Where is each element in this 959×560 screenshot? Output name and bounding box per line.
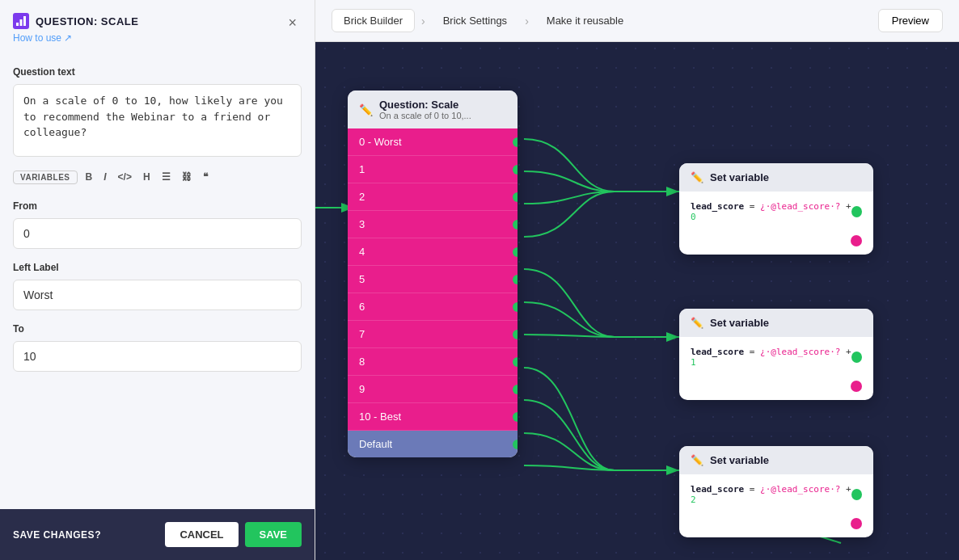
canvas: Brick Builder › Brick Settings › Make it… — [315, 0, 959, 560]
set-var-card-1: ✏️ Set variable lead_score = ¿·@lead_sco… — [679, 163, 873, 255]
to-input[interactable] — [13, 341, 302, 372]
list-button[interactable]: ☰ — [158, 170, 174, 184]
nav-brick-builder[interactable]: Brick Builder — [332, 9, 415, 32]
set-var-footer-3 — [679, 515, 873, 537]
save-button[interactable]: SAVE — [245, 522, 302, 547]
variables-button[interactable]: VARIABLES — [13, 171, 78, 184]
canvas-content: ✏️ Question: Scale On a scale of 0 to 10… — [315, 42, 959, 560]
left-label-input[interactable] — [13, 280, 302, 310]
scale-dot-7 — [513, 330, 518, 339]
set-var-footer-1 — [679, 232, 873, 255]
var-pencil-icon-3: ✏️ — [691, 454, 703, 466]
left-panel: QUESTION: SCALE How to use ↗ × Question … — [0, 0, 315, 560]
scale-dot-default — [513, 440, 518, 449]
var-dot-bottom-2 — [851, 381, 862, 392]
to-label: To — [13, 323, 302, 335]
var-pencil-icon-2: ✏️ — [691, 317, 703, 329]
heading-button[interactable]: H — [140, 170, 154, 184]
set-var-header-2: ✏️ Set variable — [679, 309, 873, 337]
svg-rect-0 — [16, 23, 19, 26]
set-var-body-3: lead_score = ¿·@lead_score·? + 2 — [679, 474, 873, 515]
external-link-icon: ↗ — [64, 32, 72, 44]
set-var-header-3: ✏️ Set variable — [679, 446, 873, 474]
scale-dot-1 — [513, 165, 518, 175]
scale-dot-3 — [513, 220, 518, 229]
scale-dot-0 — [513, 137, 518, 147]
code-button[interactable]: </> — [115, 170, 135, 184]
save-changes-label: SAVE CHANGES? — [13, 529, 101, 541]
var-formula-2: lead_score = ¿·@lead_score·? + 1 — [691, 347, 851, 368]
link-button[interactable]: ⛓ — [179, 170, 195, 184]
scale-dot-10 — [513, 412, 518, 422]
scale-option-default[interactable]: Default — [348, 431, 518, 457]
panel-body: Question text On a scale of 0 to 10, how… — [0, 53, 315, 509]
nav-separator-2: › — [525, 15, 529, 27]
left-label-label: Left Label — [13, 262, 302, 273]
scale-option-6[interactable]: 6 — [348, 293, 518, 321]
toolbar: VARIABLES B I </> H ☰ ⛓ ❝ — [13, 166, 302, 187]
scale-option-0[interactable]: 0 - Worst — [348, 128, 518, 156]
question-text-input[interactable]: On a scale of 0 to 10, how likely are yo… — [13, 84, 302, 157]
panel-header: QUESTION: SCALE How to use ↗ × — [0, 0, 315, 53]
scale-option-5[interactable]: 5 — [348, 266, 518, 293]
top-nav: Brick Builder › Brick Settings › Make it… — [315, 0, 959, 42]
scale-option-10[interactable]: 10 - Best — [348, 403, 518, 431]
var-formula-1: lead_score = ¿·@lead_score·? + 0 — [691, 201, 851, 222]
how-to-use-link[interactable]: How to use ↗ — [13, 32, 138, 44]
scale-dot-2 — [513, 192, 518, 202]
set-var-card-2: ✏️ Set variable lead_score = ¿·@lead_sco… — [679, 309, 873, 400]
scale-dot-5 — [513, 275, 518, 284]
scale-option-7[interactable]: 7 — [348, 321, 518, 348]
panel-footer: SAVE CHANGES? CANCEL SAVE — [0, 509, 315, 560]
var-dot-right-2 — [851, 352, 862, 363]
panel-title: QUESTION: SCALE — [13, 13, 138, 29]
scale-dot-8 — [513, 357, 518, 367]
svg-rect-1 — [20, 19, 23, 26]
scale-option-1[interactable]: 1 — [348, 156, 518, 183]
scale-pencil-icon: ✏️ — [359, 103, 373, 116]
nav-separator-1: › — [421, 15, 425, 27]
scale-dot-4 — [513, 247, 518, 257]
bold-button[interactable]: B — [82, 170, 96, 184]
var-dot-right-3 — [851, 489, 862, 500]
scale-dot-6 — [513, 302, 518, 312]
preview-button[interactable]: Preview — [878, 9, 943, 32]
cancel-button[interactable]: CANCEL — [165, 522, 238, 547]
quote-button[interactable]: ❝ — [200, 170, 211, 184]
var-dot-right-1 — [851, 206, 862, 217]
set-var-footer-2 — [679, 377, 873, 400]
var-dot-bottom-1 — [851, 235, 862, 246]
var-dot-bottom-3 — [851, 518, 862, 529]
scale-dot-9 — [513, 385, 518, 394]
panel-title-section: QUESTION: SCALE How to use ↗ — [13, 13, 138, 44]
scale-option-9[interactable]: 9 — [348, 376, 518, 403]
set-var-card-3: ✏️ Set variable lead_score = ¿·@lead_sco… — [679, 446, 873, 537]
scale-card-title: Question: Scale — [379, 99, 471, 111]
scale-option-4[interactable]: 4 — [348, 238, 518, 266]
italic-button[interactable]: I — [100, 170, 109, 184]
nav-reusable[interactable]: Make it reusable — [535, 10, 635, 32]
var-pencil-icon-1: ✏️ — [691, 171, 703, 183]
close-button[interactable]: × — [283, 13, 302, 33]
svg-rect-2 — [23, 16, 26, 26]
scale-option-2[interactable]: 2 — [348, 183, 518, 211]
set-var-body-1: lead_score = ¿·@lead_score·? + 0 — [679, 192, 873, 232]
nav-brick-settings[interactable]: Brick Settings — [432, 10, 518, 32]
footer-buttons: CANCEL SAVE — [165, 522, 302, 547]
scale-card-subtitle: On a scale of 0 to 10,... — [379, 111, 471, 120]
var-formula-3: lead_score = ¿·@lead_score·? + 2 — [691, 484, 851, 505]
scale-card: ✏️ Question: Scale On a scale of 0 to 10… — [348, 91, 518, 457]
scale-option-8[interactable]: 8 — [348, 348, 518, 376]
scale-option-3[interactable]: 3 — [348, 211, 518, 238]
scale-icon — [13, 13, 29, 29]
set-var-body-2: lead_score = ¿·@lead_score·? + 1 — [679, 337, 873, 377]
scale-card-header: ✏️ Question: Scale On a scale of 0 to 10… — [348, 91, 518, 128]
set-var-header-1: ✏️ Set variable — [679, 163, 873, 192]
question-text-label: Question text — [13, 66, 302, 78]
from-label: From — [13, 200, 302, 212]
from-input[interactable] — [13, 218, 302, 249]
panel-title-text: QUESTION: SCALE — [36, 15, 138, 27]
